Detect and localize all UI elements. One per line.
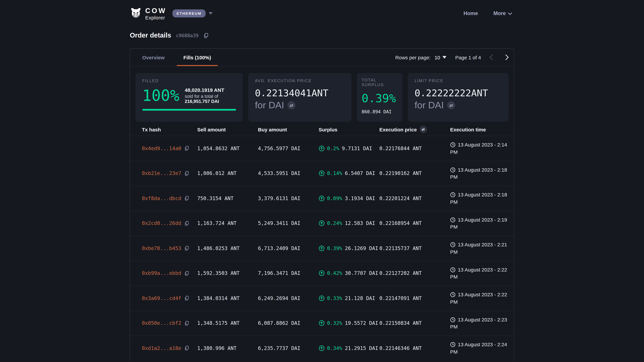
table-header: Tx hash Sell amount Buy amount Surplus E…: [130, 123, 514, 136]
copy-icon[interactable]: [184, 221, 189, 226]
surplus-amount: 19.5572 DAI: [345, 320, 378, 326]
buy-amount-cell: 4,533.5951 DAI: [258, 170, 319, 176]
execution-time-text: 13 August 2023 - 2:18 PM: [450, 167, 507, 180]
copy-icon[interactable]: [184, 246, 189, 251]
surplus-cell: 0.33% 21.128 DAI: [319, 295, 379, 301]
copy-icon[interactable]: [184, 171, 189, 176]
surplus-amount: 30.7707 DAI: [345, 270, 378, 276]
tx-hash-link[interactable]: 0x2cd0...26dd: [142, 220, 181, 226]
invert-price-icon[interactable]: ⇄: [447, 101, 455, 109]
column-execution-price: Execution price ⇄: [379, 126, 450, 133]
copy-icon[interactable]: [184, 271, 189, 276]
table-row: 0xf8da...dbcd 750.3154 ANT 3,379.6131 DA…: [130, 186, 514, 211]
invert-price-icon[interactable]: ⇄: [420, 126, 427, 133]
surplus-cell: 0.34% 21.2915 DAI: [319, 345, 379, 351]
limit-price-label: LIMIT PRICE: [414, 78, 502, 83]
surplus-percent: 0.24%: [327, 220, 342, 226]
filled-percent: 100%: [142, 88, 180, 103]
surplus-cell: 0.14% 6.5407 DAI: [319, 170, 379, 176]
clock-icon: [450, 292, 456, 297]
table-row: 0xb99a...ebbd 1,592.3503 ANT 7,196.3471 …: [130, 261, 514, 286]
buy-amount-cell: 3,379.6131 DAI: [258, 195, 319, 201]
execution-price-cell: 0.22147091 ANT: [379, 295, 450, 301]
rows-per-page-select[interactable]: 10: [434, 54, 446, 60]
tx-hash-link[interactable]: 0xb99a...ebbd: [142, 270, 181, 276]
surplus-amount: 9.7131 DAI: [342, 145, 372, 151]
cow-explorer-logo[interactable]: COW Explorer: [130, 7, 166, 20]
tx-hash-link[interactable]: 0xbe78...b453: [142, 245, 181, 251]
tab-fills[interactable]: Fills (100%): [176, 49, 218, 66]
execution-time-cell: 13 August 2023 - 2:14 PM: [450, 141, 508, 156]
tabs-bar: Overview Fills (100%) Rows per page: 10 …: [130, 49, 514, 66]
execution-price-cell: 0.22146346 ANT: [379, 345, 450, 351]
copy-order-id-icon[interactable]: [203, 33, 209, 38]
clock-icon: [450, 267, 456, 272]
table-row: 0xb21e...23e7 1,006.012 ANT 4,533.5951 D…: [130, 161, 514, 186]
execution-time-text: 13 August 2023 - 2:22 PM: [450, 292, 507, 305]
execution-price-cell: 0.22168954 ANT: [379, 220, 450, 226]
buy-amount-cell: 6,087.8862 DAI: [258, 320, 319, 326]
surplus-percent: 0.32%: [327, 320, 342, 326]
avg-price-unit: for DAI: [255, 100, 284, 111]
execution-price-cell: 0.22201224 ANT: [379, 195, 450, 201]
execution-time-cell: 13 August 2023 - 2:18 PM: [450, 166, 508, 181]
table-row: 0x4ed9...14a0 1,054.8632 ANT 4,756.5977 …: [130, 136, 514, 161]
network-dropdown-caret-icon[interactable]: [209, 12, 213, 15]
avg-price-value: 0.22134041ANT: [255, 88, 345, 98]
pagination-controls: Rows per page: 10 Page 1 of 4: [395, 54, 514, 60]
tx-hash-link[interactable]: 0x4ed9...14a0: [142, 145, 181, 151]
filled-card: FILLED 100% 48,020.1919 ANT sold for a t…: [136, 73, 243, 122]
arrow-up-circle-icon: [319, 145, 325, 151]
tx-hash-link[interactable]: 0x3a69...cd4f: [142, 295, 181, 301]
network-badge[interactable]: ETHEREUM: [172, 9, 206, 17]
execution-time-text: 13 August 2023 - 2:21 PM: [450, 242, 507, 255]
copy-icon[interactable]: [184, 321, 189, 326]
surplus-percent: 0.33%: [327, 295, 342, 301]
execution-price-cell: 0.22190162 ANT: [379, 170, 450, 176]
execution-time-cell: 13 August 2023 - 2:24 PM: [450, 341, 508, 356]
copy-icon[interactable]: [184, 196, 189, 201]
page-indicator: Page 1 of 4: [455, 54, 481, 60]
tx-hash-link[interactable]: 0xb21e...23e7: [142, 170, 181, 176]
sell-amount-cell: 1,380.996 ANT: [197, 345, 258, 351]
clock-icon: [450, 342, 456, 347]
clock-icon: [450, 142, 456, 147]
tx-hash-link[interactable]: 0x050e...cbf2: [142, 320, 181, 326]
invert-price-icon[interactable]: ⇄: [288, 101, 296, 109]
surplus-cell: 0.09% 3.1934 DAI: [319, 195, 379, 201]
previous-page-button[interactable]: [490, 54, 495, 60]
logo-subtitle: Explorer: [145, 15, 166, 20]
copy-icon[interactable]: [184, 296, 189, 301]
execution-time-text: 13 August 2023 - 2:18 PM: [450, 192, 507, 205]
table-row: 0xbe78...b453 1,486.0253 ANT 6,713.2409 …: [130, 236, 514, 261]
arrow-up-circle-icon: [319, 195, 325, 201]
execution-time-cell: 13 August 2023 - 2:21 PM: [450, 241, 508, 256]
execution-time-cell: 13 August 2023 - 2:22 PM: [450, 291, 508, 306]
copy-icon[interactable]: [184, 346, 189, 351]
arrow-up-circle-icon: [319, 170, 325, 176]
buy-amount-cell: 6,249.2694 DAI: [258, 295, 319, 301]
tx-hash-link[interactable]: 0xd1a2...a18e: [142, 345, 181, 351]
nav-more-link[interactable]: More: [494, 10, 512, 16]
surplus-amount: 3.1934 DAI: [345, 195, 375, 201]
tab-overview[interactable]: Overview: [136, 49, 171, 66]
clock-icon: [450, 242, 456, 247]
sell-amount-cell: 1,592.3503 ANT: [197, 270, 258, 276]
sell-amount-cell: 1,486.0253 ANT: [197, 245, 258, 251]
surplus-amount: 26.1269 DAI: [345, 245, 378, 251]
execution-price-cell: 0.22176844 ANT: [379, 145, 450, 151]
nav-home-link[interactable]: Home: [464, 10, 478, 16]
filled-sold-total: sold for a total of 216,951.757 DAI: [185, 94, 236, 104]
column-buy-amount: Buy amount: [258, 126, 319, 132]
main-nav: Home More: [464, 10, 514, 16]
execution-time-text: 13 August 2023 - 2:24 PM: [450, 342, 507, 355]
surplus-percent: 0.39%: [327, 245, 342, 251]
buy-amount-cell: 6,713.2409 DAI: [258, 245, 319, 251]
filled-label: FILLED: [142, 78, 236, 83]
sell-amount-cell: 1,006.012 ANT: [197, 170, 258, 176]
page-title-row: Order details c0688a39: [130, 31, 514, 39]
column-sell-amount: Sell amount: [197, 126, 258, 132]
copy-icon[interactable]: [184, 146, 189, 151]
tx-hash-link[interactable]: 0xf8da...dbcd: [142, 195, 181, 201]
next-page-button[interactable]: [503, 54, 509, 60]
